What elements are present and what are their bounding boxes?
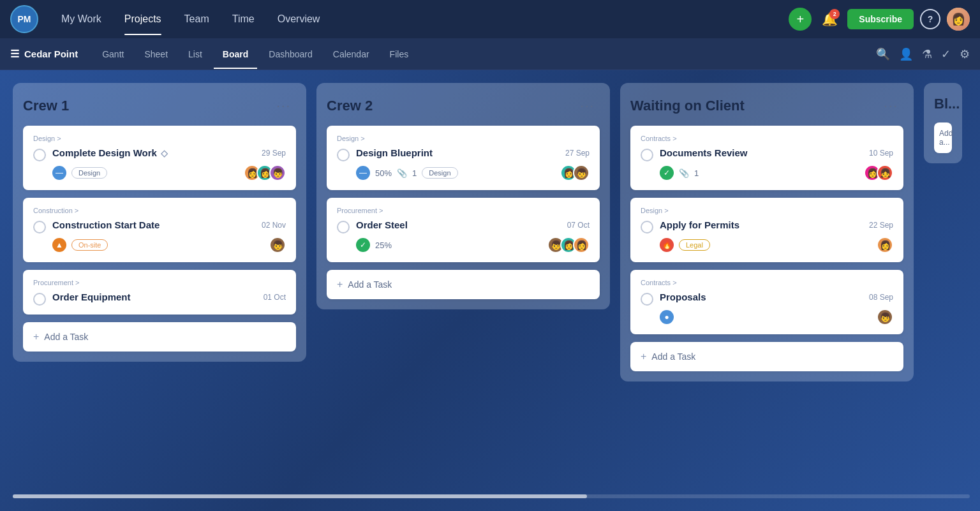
card-title: Documents Review: [660, 147, 748, 158]
tab-gantt[interactable]: Gantt: [93, 45, 133, 63]
logo[interactable]: PM: [10, 5, 38, 33]
card-main: Order Equipment 01 Oct: [33, 292, 286, 306]
card-content: Design Blueprint 27 Sep — 50% 📎 1 Design: [356, 147, 590, 181]
card-title: Complete Design Work ◇: [52, 147, 168, 158]
card-meta: ▲ On-site 👦: [52, 237, 286, 253]
attach-count: 1: [694, 168, 699, 178]
column-crew2: Crew 2 ··· Design > Design Blueprint 27 …: [316, 83, 610, 309]
status-icon: —: [356, 166, 370, 180]
column-crew1-menu[interactable]: ···: [271, 96, 296, 115]
card-order-steel: Procurement > Order Steel 07 Oct ✓ 25%: [327, 198, 600, 262]
card-tag[interactable]: On-site: [71, 239, 108, 251]
column-crew2-title: Crew 2: [327, 98, 373, 114]
card-checkbox[interactable]: [33, 221, 46, 233]
card-title-row: Complete Design Work ◇ 29 Sep: [52, 147, 286, 158]
card-meta-left: ✓ 📎 1: [660, 166, 699, 180]
settings-icon[interactable]: ⚙: [960, 47, 970, 61]
card-title-row: Order Equipment 01 Oct: [52, 292, 286, 302]
card-avatars: 👩 👦: [560, 165, 590, 181]
help-button[interactable]: ?: [920, 9, 940, 29]
card-main: Order Steel 07 Oct ✓ 25% 👦 👩 👩: [337, 219, 590, 253]
card-checkbox[interactable]: [337, 149, 350, 161]
scrollbar-area[interactable]: [13, 494, 970, 498]
diamond-icon: ◇: [161, 148, 168, 158]
project-menu[interactable]: ☰ Cedar Point: [10, 48, 78, 60]
card-avatars: 👦 👩 👩: [547, 237, 590, 253]
nav-projects[interactable]: Projects: [114, 8, 172, 30]
card-checkbox[interactable]: [33, 149, 46, 161]
card-content: Construction Start Date 02 Nov ▲ On-site…: [52, 219, 286, 253]
avatar: 👦: [269, 237, 286, 253]
card-title-row: Design Blueprint 27 Sep: [356, 147, 590, 158]
card-tag[interactable]: Design: [71, 167, 107, 179]
add-task-crew1[interactable]: + Add a Task: [23, 322, 296, 352]
card-main: Proposals 08 Sep ● 👦: [641, 292, 893, 325]
card-tag[interactable]: Legal: [679, 239, 710, 251]
card-meta: 🔥 Legal 👩: [660, 237, 893, 253]
card-checkbox[interactable]: [641, 221, 653, 233]
add-task-crew2[interactable]: + Add a Task: [327, 270, 600, 299]
sub-nav-right: 🔍 👤 ⚗ ✓ ⚙: [876, 47, 970, 61]
check-icon[interactable]: ✓: [941, 47, 951, 61]
card-checkbox[interactable]: [641, 149, 653, 161]
card-title: Proposals: [660, 292, 706, 302]
tab-list[interactable]: List: [179, 45, 211, 63]
card-avatars: 👩: [877, 237, 893, 253]
column-partial: Bl... Add a...: [924, 83, 962, 163]
card-breadcrumb: Procurement >: [33, 279, 286, 286]
person-add-icon[interactable]: 👤: [899, 47, 913, 61]
scrollbar-thumb[interactable]: [13, 494, 587, 498]
avatar-face: 👩: [947, 8, 970, 31]
add-button[interactable]: +: [789, 8, 812, 31]
user-avatar[interactable]: 👩: [947, 8, 970, 31]
card-meta-left: — Design: [52, 166, 107, 180]
column-partial-header: Bl...: [934, 96, 952, 112]
card-breadcrumb: Design >: [337, 135, 590, 142]
card-order-equipment: Procurement > Order Equipment 01 Oct: [23, 270, 296, 315]
nav-my-work[interactable]: My Work: [51, 8, 112, 30]
nav-right: + 🔔 2 Subscribe ? 👩: [789, 8, 970, 31]
tab-files[interactable]: Files: [381, 45, 418, 63]
card-date: 02 Nov: [262, 221, 286, 230]
card-main: Design Blueprint 27 Sep — 50% 📎 1 Design: [337, 147, 590, 181]
status-icon: —: [52, 166, 66, 180]
notifications-button[interactable]: 🔔 2: [818, 8, 841, 31]
sub-nav: ☰ Cedar Point Gantt Sheet List Board Das…: [0, 38, 980, 70]
card-breadcrumb: Construction >: [33, 207, 286, 214]
tab-board[interactable]: Board: [214, 45, 257, 63]
card-title: Design Blueprint: [356, 147, 433, 158]
progress-text: 50%: [375, 168, 392, 178]
tab-calendar[interactable]: Calendar: [324, 45, 378, 63]
attach-icon: 📎: [679, 168, 689, 178]
nav-team[interactable]: Team: [174, 8, 219, 30]
card-tag[interactable]: Design: [422, 167, 457, 179]
card-checkbox[interactable]: [33, 293, 46, 306]
tab-dashboard[interactable]: Dashboard: [260, 45, 322, 63]
notification-badge: 2: [829, 9, 840, 19]
nav-time[interactable]: Time: [222, 8, 265, 30]
column-crew2-header: Crew 2 ···: [327, 96, 600, 115]
nav-overview[interactable]: Overview: [267, 8, 330, 30]
card-checkbox[interactable]: [641, 293, 653, 306]
column-crew2-menu[interactable]: ···: [575, 96, 600, 115]
card-breadcrumb: Contracts >: [641, 279, 893, 286]
card-avatars: 👦: [877, 309, 893, 325]
subscribe-button[interactable]: Subscribe: [847, 9, 914, 29]
tab-sheet[interactable]: Sheet: [135, 45, 177, 63]
filter-icon[interactable]: ⚗: [922, 47, 932, 61]
search-icon[interactable]: 🔍: [876, 47, 890, 61]
add-task-waiting[interactable]: + Add a Task: [630, 342, 903, 371]
add-task-plus-icon: +: [337, 279, 343, 290]
card-title-row: Construction Start Date 02 Nov: [52, 219, 286, 230]
column-waiting-menu[interactable]: ···: [879, 96, 903, 115]
card-title: Order Equipment: [52, 292, 131, 302]
add-task-partial[interactable]: Add a...: [934, 122, 952, 153]
card-breadcrumb: Design >: [641, 207, 893, 214]
card-title: Order Steel: [356, 219, 408, 230]
status-icon: ●: [660, 310, 674, 324]
card-meta: — Design 👩 👩 👦: [52, 165, 286, 181]
card-checkbox[interactable]: [337, 221, 350, 233]
card-meta-left: ▲ On-site: [52, 238, 108, 252]
card-content: Apply for Permits 22 Sep 🔥 Legal 👩: [660, 219, 893, 253]
card-date: 22 Sep: [869, 221, 893, 230]
